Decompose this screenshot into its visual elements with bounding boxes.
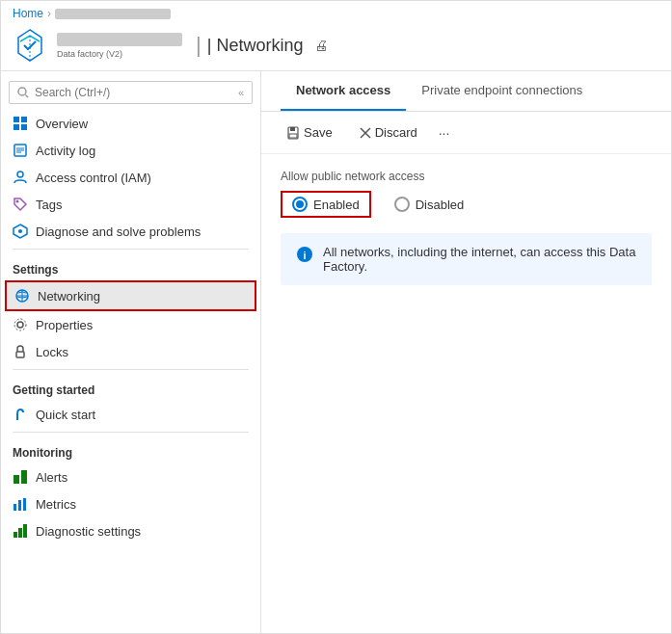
resource-type: Data factory (V2) bbox=[57, 49, 182, 59]
print-icon[interactable]: 🖨 bbox=[314, 38, 328, 53]
locks-label: Locks bbox=[36, 345, 68, 359]
radio-enabled-circle bbox=[292, 197, 308, 212]
getting-started-divider bbox=[13, 369, 249, 370]
svg-point-18 bbox=[17, 322, 23, 328]
diagnostic-settings-label: Diagnostic settings bbox=[36, 524, 141, 539]
collapse-icon[interactable]: « bbox=[238, 87, 244, 98]
discard-icon bbox=[360, 127, 371, 139]
quickstart-icon bbox=[13, 407, 28, 422]
getting-started-section-label: Getting started bbox=[1, 374, 260, 401]
svg-point-13 bbox=[16, 200, 19, 203]
diagnostic-settings-icon bbox=[13, 523, 28, 539]
monitoring-divider bbox=[13, 432, 249, 433]
info-box: i All networks, including the internet, … bbox=[281, 233, 652, 285]
svg-rect-28 bbox=[23, 524, 27, 538]
properties-icon bbox=[13, 317, 28, 332]
sidebar-item-tags[interactable]: Tags bbox=[1, 191, 260, 218]
search-icon bbox=[17, 87, 29, 98]
svg-rect-7 bbox=[21, 124, 27, 130]
radio-enabled-label: Enabled bbox=[313, 198, 360, 212]
svg-rect-31 bbox=[289, 134, 297, 138]
properties-label: Properties bbox=[36, 318, 93, 332]
radio-disabled-circle bbox=[394, 197, 410, 212]
tabs-container: Network access Private endpoint connecti… bbox=[261, 71, 671, 112]
alerts-icon bbox=[13, 469, 28, 485]
access-control-label: Access control (IAM) bbox=[36, 171, 151, 185]
networking-icon bbox=[14, 288, 30, 304]
svg-rect-5 bbox=[21, 117, 27, 122]
monitoring-section-label: Monitoring bbox=[1, 436, 260, 463]
resource-name-placeholder bbox=[57, 33, 182, 46]
search-input[interactable] bbox=[35, 86, 232, 99]
sidebar-item-locks[interactable]: Locks bbox=[1, 338, 260, 365]
settings-section-label: Settings bbox=[1, 253, 260, 280]
form-area: Allow public network access Enabled Disa… bbox=[261, 154, 671, 301]
svg-point-2 bbox=[18, 88, 26, 95]
radio-disabled-label: Disabled bbox=[416, 198, 465, 212]
save-button[interactable]: Save bbox=[281, 121, 338, 144]
breadcrumb-sep: › bbox=[47, 7, 51, 20]
svg-rect-20 bbox=[16, 352, 24, 357]
tab-private-endpoint[interactable]: Private endpoint connections bbox=[406, 71, 598, 111]
locks-icon bbox=[13, 344, 28, 359]
breadcrumb-home[interactable]: Home bbox=[13, 7, 43, 20]
svg-rect-23 bbox=[13, 504, 16, 511]
sidebar-item-activity-log[interactable]: Activity log bbox=[1, 137, 260, 164]
quickstart-label: Quick start bbox=[36, 408, 95, 422]
header-separator: | bbox=[196, 33, 202, 58]
metrics-icon bbox=[13, 496, 28, 512]
settings-divider bbox=[13, 249, 249, 250]
page-title: | Networking bbox=[207, 36, 304, 56]
form-label: Allow public network access bbox=[281, 170, 652, 183]
metrics-label: Metrics bbox=[36, 497, 76, 512]
activity-log-label: Activity log bbox=[36, 144, 95, 158]
svg-rect-6 bbox=[13, 124, 19, 130]
sidebar-item-metrics[interactable]: Metrics bbox=[1, 490, 260, 517]
discard-button[interactable]: Discard bbox=[354, 121, 423, 144]
radio-option-enabled[interactable]: Enabled bbox=[281, 191, 371, 218]
svg-rect-21 bbox=[13, 475, 19, 484]
sidebar-item-diagnose[interactable]: Diagnose and solve problems bbox=[1, 218, 260, 245]
svg-point-14 bbox=[18, 229, 22, 233]
svg-rect-24 bbox=[18, 500, 21, 511]
sidebar-item-access-control[interactable]: Access control (IAM) bbox=[1, 164, 260, 191]
radio-option-disabled[interactable]: Disabled bbox=[387, 193, 472, 216]
radio-group: Enabled Disabled bbox=[281, 191, 652, 218]
svg-rect-26 bbox=[13, 532, 17, 538]
resource-logo bbox=[13, 28, 47, 63]
overview-label: Overview bbox=[36, 117, 88, 131]
search-bar: « bbox=[9, 81, 253, 104]
svg-rect-30 bbox=[290, 127, 295, 131]
sidebar-item-overview[interactable]: Overview bbox=[1, 110, 260, 137]
save-icon bbox=[286, 126, 300, 140]
breadcrumb: Home › bbox=[13, 1, 659, 22]
activity-log-icon bbox=[13, 143, 28, 158]
sidebar-item-alerts[interactable]: Alerts bbox=[1, 463, 260, 490]
iam-icon bbox=[13, 170, 28, 185]
breadcrumb-resource bbox=[55, 9, 171, 19]
svg-point-12 bbox=[17, 172, 23, 177]
svg-rect-4 bbox=[13, 117, 19, 122]
save-label: Save bbox=[304, 125, 333, 140]
overview-icon bbox=[13, 116, 28, 131]
sidebar-item-quickstart[interactable]: Quick start bbox=[1, 401, 260, 428]
sidebar-item-diagnostic-settings[interactable]: Diagnostic settings bbox=[1, 517, 260, 544]
tags-label: Tags bbox=[36, 198, 62, 212]
svg-text:i: i bbox=[303, 250, 306, 261]
tab-network-access[interactable]: Network access bbox=[281, 71, 406, 111]
diagnose-label: Diagnose and solve problems bbox=[36, 225, 201, 239]
sidebar-item-networking[interactable]: Networking bbox=[5, 280, 256, 311]
diagnose-icon bbox=[13, 224, 28, 239]
sidebar-item-properties[interactable]: Properties bbox=[1, 311, 260, 338]
svg-point-19 bbox=[14, 319, 26, 330]
discard-label: Discard bbox=[375, 125, 417, 140]
svg-line-3 bbox=[26, 95, 29, 98]
alerts-label: Alerts bbox=[36, 470, 67, 485]
tags-icon bbox=[13, 197, 28, 212]
info-message: All networks, including the internet, ca… bbox=[323, 245, 636, 274]
svg-rect-27 bbox=[18, 528, 22, 538]
svg-rect-22 bbox=[21, 470, 27, 484]
svg-rect-25 bbox=[23, 498, 26, 511]
more-options-button[interactable]: ··· bbox=[439, 125, 450, 141]
info-icon: i bbox=[296, 246, 313, 267]
